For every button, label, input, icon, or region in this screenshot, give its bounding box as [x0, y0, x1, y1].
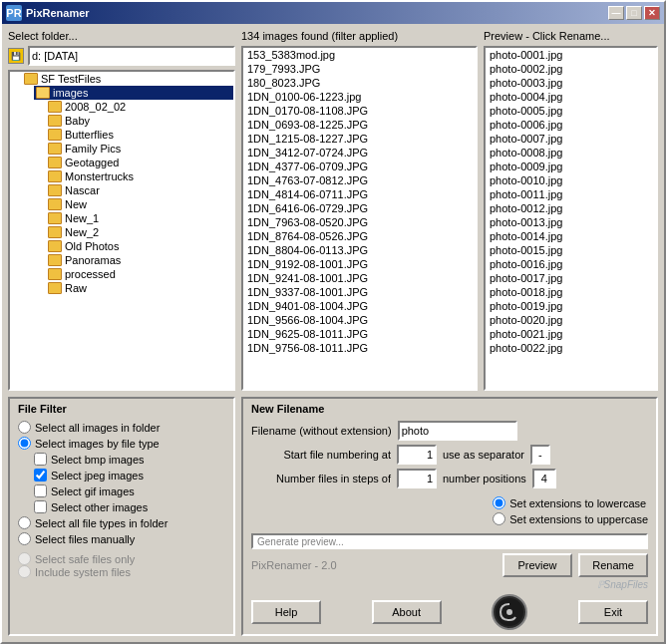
tree-item-label: New_2: [65, 226, 99, 238]
preview-item: photo-0001.jpg: [486, 48, 656, 62]
list-item[interactable]: 180_8023.JPG: [243, 76, 476, 90]
drive-dropdown[interactable]: d: [DATA]: [28, 46, 235, 66]
filter-gif-label: Select gif images: [51, 485, 135, 497]
tree-item-label: Raw: [65, 282, 87, 294]
filter-gif[interactable]: Select gif images: [34, 484, 225, 497]
filter-all-images-radio[interactable]: [18, 421, 31, 434]
list-item[interactable]: 179_7993.JPG: [243, 62, 476, 76]
list-item[interactable]: 1DN_7963-08-0520.JPG: [243, 215, 476, 229]
list-item[interactable]: 1DN_4814-06-0711.JPG: [243, 187, 476, 201]
filter-bmp-checkbox[interactable]: [34, 453, 47, 466]
folder-icon: [48, 101, 62, 113]
filter-manually[interactable]: Select files manually: [18, 532, 225, 545]
list-item[interactable]: 1DN_9566-08-1004.JPG: [243, 313, 476, 327]
tree-item-new1[interactable]: New_1: [46, 211, 233, 225]
tree-item-new[interactable]: New: [46, 197, 233, 211]
about-button[interactable]: About: [372, 600, 442, 624]
preview-item: photo-0011.jpg: [486, 187, 656, 201]
close-button[interactable]: ✕: [644, 6, 660, 20]
filter-all-images[interactable]: Select all images in folder: [18, 421, 225, 434]
preview-button[interactable]: Preview: [502, 553, 572, 577]
filename-panel: New Filename Filename (without extension…: [241, 397, 658, 636]
tree-item-label: 2008_02_02: [65, 101, 126, 113]
list-item[interactable]: 1DN_4377-06-0709.JPG: [243, 160, 476, 173]
ext-uppercase[interactable]: Set extensions to uppercase: [493, 512, 648, 525]
list-item[interactable]: 1DN_1215-08-1227.JPG: [243, 132, 476, 146]
positions-input[interactable]: [532, 469, 556, 488]
tree-item-label: New_1: [65, 212, 99, 224]
positions-label: number positions: [443, 473, 526, 484]
tree-item-label: Butterflies: [65, 129, 114, 141]
bottom-section: File Filter Select all images in folder …: [8, 397, 658, 636]
preview-item: photo-0007.jpg: [486, 132, 656, 146]
list-item[interactable]: 1DN_3412-07-0724.JPG: [243, 146, 476, 160]
list-item[interactable]: 1DN_9625-08-1011.JPG: [243, 327, 476, 341]
filter-other[interactable]: Select other images: [34, 500, 225, 513]
list-item[interactable]: 1DN_0100-06-1223.jpg: [243, 90, 476, 104]
steps-input[interactable]: [397, 469, 437, 488]
list-item[interactable]: 153_5383mod.jpg: [243, 48, 476, 62]
filter-jpeg[interactable]: Select jpeg images: [34, 469, 225, 482]
filter-other-label: Select other images: [51, 501, 148, 513]
tree-item-old-photos[interactable]: Old Photos: [46, 239, 233, 253]
list-item[interactable]: 1DN_9241-08-1001.JPG: [243, 271, 476, 285]
list-item[interactable]: 1DN_8764-08-0526.JPG: [243, 229, 476, 243]
tree-item-geotagged[interactable]: Geotagged: [46, 156, 233, 169]
preview-list[interactable]: photo-0001.jpg photo-0002.jpg photo-0003…: [484, 46, 658, 391]
filter-all-types[interactable]: Select all file types in folder: [18, 516, 225, 529]
separator-input[interactable]: [530, 445, 550, 465]
list-item[interactable]: 1DN_9192-08-1001.JPG: [243, 257, 476, 271]
tree-item-sftestfiles[interactable]: SF TestFiles: [22, 72, 233, 86]
tree-item-label: Baby: [65, 115, 90, 127]
file-list[interactable]: 153_5383mod.jpg 179_7993.JPG 180_8023.JP…: [241, 46, 478, 391]
ext-lowercase[interactable]: Set extensions to lowercase: [493, 496, 648, 509]
tree-item-label: New: [65, 198, 87, 210]
rename-button[interactable]: Rename: [578, 553, 648, 577]
filter-all-types-radio[interactable]: [18, 516, 31, 529]
filter-manually-label: Select files manually: [35, 533, 135, 545]
tree-item-images[interactable]: images: [34, 86, 233, 100]
filename-input[interactable]: [398, 421, 517, 441]
preview-item: photo-0008.jpg: [486, 146, 656, 160]
list-item[interactable]: 1DN_9401-08-1004.JPG: [243, 299, 476, 313]
list-item[interactable]: 1DN_4763-07-0812.JPG: [243, 173, 476, 187]
filter-other-checkbox[interactable]: [34, 500, 47, 513]
filter-manually-radio[interactable]: [18, 532, 31, 545]
tree-item-family-pics[interactable]: Family Pics: [46, 142, 233, 156]
list-item[interactable]: 1DN_6416-06-0729.JPG: [243, 201, 476, 215]
preview-item: photo-0013.jpg: [486, 215, 656, 229]
tree-item-baby[interactable]: Baby: [46, 114, 233, 128]
list-item[interactable]: 1DN_0170-08-1108.JPG: [243, 104, 476, 118]
tree-item-processed[interactable]: processed: [46, 267, 233, 281]
tree-item-monstertrucks[interactable]: Monstertrucks: [46, 169, 233, 183]
tree-item-nascar[interactable]: Nascar: [46, 183, 233, 197]
tree-item-2008[interactable]: 2008_02_02: [46, 100, 233, 114]
folder-icon: [36, 87, 50, 99]
exit-button[interactable]: Exit: [578, 600, 648, 624]
tree-item-label: SF TestFiles: [41, 73, 101, 85]
filter-jpeg-checkbox[interactable]: [34, 469, 47, 482]
filter-bmp[interactable]: Select bmp images: [34, 453, 225, 466]
list-item[interactable]: 1DN_9337-08-1001.JPG: [243, 285, 476, 299]
folder-tree[interactable]: SF TestFiles images 2008_02_02 Baby: [8, 70, 235, 391]
filter-by-type[interactable]: Select images by file type: [18, 437, 225, 450]
list-item[interactable]: 1DN_0693-08-1225.JPG: [243, 118, 476, 132]
list-item[interactable]: 1DN_9756-08-1011.JPG: [243, 341, 476, 355]
ext-uppercase-radio[interactable]: [493, 512, 505, 525]
help-button[interactable]: Help: [251, 600, 321, 624]
main-content: Select folder... 💾 d: [DATA] SF TestFile…: [2, 24, 664, 642]
ext-lowercase-radio[interactable]: [493, 496, 505, 509]
filter-gif-checkbox[interactable]: [34, 484, 47, 497]
separator-label: use as separator: [443, 449, 524, 461]
minimize-button[interactable]: —: [608, 6, 624, 20]
maximize-button[interactable]: □: [626, 6, 642, 20]
tree-item-new2[interactable]: New_2: [46, 225, 233, 239]
snapfiles-watermark: ℙSnapFiles: [251, 579, 648, 590]
folder-icon: [48, 157, 62, 168]
filter-by-type-radio[interactable]: [18, 437, 31, 450]
start-numbering-input[interactable]: [397, 445, 437, 465]
tree-item-butterflies[interactable]: Butterflies: [46, 128, 233, 142]
tree-item-raw[interactable]: Raw: [46, 281, 233, 295]
tree-item-panoramas[interactable]: Panoramas: [46, 253, 233, 267]
list-item[interactable]: 1DN_8804-06-0113.JPG: [243, 243, 476, 257]
